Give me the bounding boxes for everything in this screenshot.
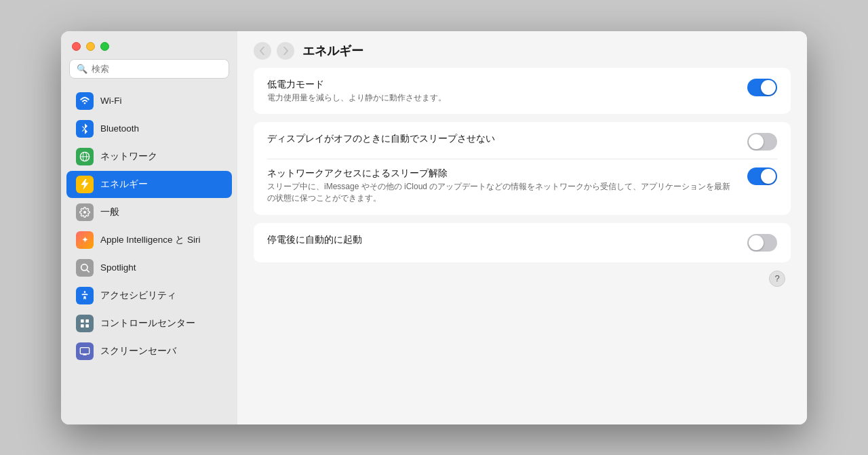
sidebar-item-ai-label: Apple Intelligence と Siri: [100, 234, 201, 246]
help-button[interactable]: ?: [769, 271, 785, 287]
restart-toggle[interactable]: [747, 234, 777, 252]
restart-card: 停電後に自動的に起動: [254, 223, 791, 262]
sidebar-item-ai[interactable]: ✦ Apple Intelligence と Siri: [66, 226, 232, 254]
wake-network-desc: スリープ中に、iMessage やその他の iCloud のアップデートなどの情…: [267, 181, 736, 204]
restart-knob: [749, 235, 764, 250]
sidebar-item-bluetooth-label: Bluetooth: [100, 123, 139, 134]
forward-button[interactable]: [277, 42, 294, 60]
low-power-row: 低電力モード 電力使用量を減らし、より静かに動作させます。: [267, 79, 777, 104]
sidebar-item-energy-label: エネルギー: [100, 178, 148, 191]
minimize-button[interactable]: [86, 42, 95, 51]
svg-line-5: [87, 270, 90, 273]
svg-rect-7: [81, 319, 84, 323]
back-button[interactable]: [254, 42, 271, 60]
sidebar-item-general-label: 一般: [100, 206, 119, 218]
bottom-row: ?: [254, 271, 791, 290]
accessibility-icon: [76, 287, 94, 304]
no-sleep-knob: [749, 134, 764, 149]
sidebar-item-wifi-label: Wi-Fi: [100, 96, 121, 106]
svg-point-6: [84, 291, 86, 293]
low-power-desc: 電力使用量を減らし、より静かに動作させます。: [267, 92, 736, 104]
sidebar-item-spotlight[interactable]: Spotlight: [66, 254, 232, 281]
ai-icon: ✦: [76, 231, 94, 249]
restart-text: 停電後に自動的に起動: [267, 234, 736, 248]
screensaver-icon: [76, 342, 94, 360]
energy-icon: [76, 176, 94, 193]
spotlight-icon: [76, 259, 94, 277]
wake-network-row: ネットワークアクセスによるスリープ解除 スリープ中に、iMessage やその他…: [267, 167, 777, 204]
network-icon: [76, 148, 94, 165]
sidebar-item-screensaver[interactable]: スクリーンセーバ: [66, 338, 232, 365]
svg-rect-10: [85, 324, 89, 328]
wake-network-text: ネットワークアクセスによるスリープ解除 スリープ中に、iMessage やその他…: [267, 167, 736, 204]
svg-rect-9: [81, 324, 84, 328]
sidebar-item-control[interactable]: コントロールセンター: [66, 310, 232, 337]
main-header: エネルギー: [237, 31, 807, 68]
search-box[interactable]: 🔍: [69, 59, 229, 79]
sidebar-item-network[interactable]: ネットワーク: [66, 143, 232, 170]
low-power-toggle[interactable]: [747, 79, 777, 96]
control-icon: [76, 315, 94, 332]
divider-1: [267, 159, 777, 159]
restart-title: 停電後に自動的に起動: [267, 234, 736, 246]
wifi-icon: [76, 92, 94, 110]
page-title: エネルギー: [302, 43, 363, 59]
no-sleep-text: ディスプレイがオフのときに自動でスリープさせない: [267, 133, 736, 146]
search-icon: 🔍: [77, 64, 87, 74]
sidebar: 🔍 Wi-Fi Bluetooth: [61, 31, 237, 424]
no-sleep-title: ディスプレイがオフのときに自動でスリープさせない: [267, 133, 736, 145]
sidebar-item-spotlight-label: Spotlight: [100, 262, 136, 273]
sidebar-item-screensaver-label: スクリーンセーバ: [100, 345, 176, 357]
maximize-button[interactable]: [100, 42, 109, 51]
sidebar-item-general[interactable]: 一般: [66, 199, 232, 226]
low-power-title: 低電力モード: [267, 79, 736, 91]
wake-network-knob: [761, 169, 776, 184]
sidebar-item-bluetooth[interactable]: Bluetooth: [66, 115, 232, 142]
low-power-text: 低電力モード 電力使用量を減らし、より静かに動作させます。: [267, 79, 736, 104]
svg-point-4: [81, 264, 87, 270]
sidebar-item-wifi[interactable]: Wi-Fi: [66, 87, 232, 115]
wake-network-title: ネットワークアクセスによるスリープ解除: [267, 167, 736, 180]
restart-row: 停電後に自動的に起動: [267, 234, 777, 252]
sidebar-item-accessibility[interactable]: アクセシビリティ: [66, 282, 232, 309]
low-power-knob: [761, 80, 776, 95]
no-sleep-toggle[interactable]: [747, 133, 777, 151]
svg-rect-11: [80, 347, 89, 353]
low-power-card: 低電力モード 電力使用量を減らし、より静かに動作させます。: [254, 68, 791, 115]
no-sleep-row: ディスプレイがオフのときに自動でスリープさせない: [267, 133, 777, 151]
svg-point-3: [83, 211, 86, 214]
sidebar-item-network-label: ネットワーク: [100, 151, 157, 163]
sidebar-item-accessibility-label: アクセシビリティ: [100, 290, 176, 302]
svg-rect-8: [85, 319, 89, 323]
display-wake-card: ディスプレイがオフのときに自動でスリープさせない ネットワークアクセスによるスリ…: [254, 122, 791, 215]
bluetooth-icon: [76, 120, 94, 138]
titlebar: [61, 31, 237, 59]
sidebar-item-energy[interactable]: エネルギー: [66, 171, 232, 198]
settings-area: 低電力モード 電力使用量を減らし、より静かに動作させます。 ディスプレイがオフの…: [237, 68, 807, 424]
main-window: 🔍 Wi-Fi Bluetooth: [61, 31, 807, 424]
close-button[interactable]: [72, 42, 81, 51]
search-input[interactable]: [92, 64, 222, 74]
main-content: エネルギー 低電力モード 電力使用量を減らし、より静かに動作させます。: [237, 31, 807, 424]
sidebar-list: Wi-Fi Bluetooth: [61, 87, 237, 424]
wake-network-toggle[interactable]: [747, 167, 777, 185]
sidebar-item-control-label: コントロールセンター: [100, 317, 195, 330]
general-icon: [76, 203, 94, 221]
